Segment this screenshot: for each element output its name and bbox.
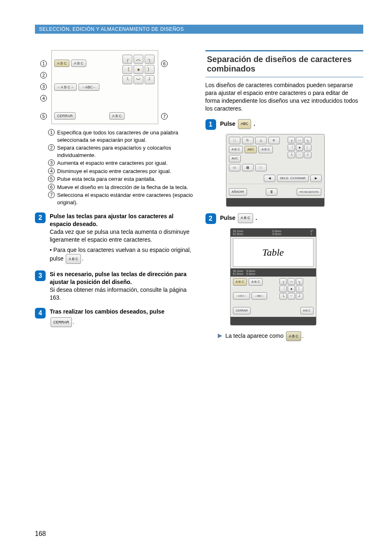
callout-1: 1 (40, 60, 47, 67)
step-3-body: Si desea obtener más información, consul… (50, 286, 193, 302)
step-badge-1: 1 (205, 119, 216, 130)
grid-icon[interactable]: ▦ (242, 164, 254, 171)
direction-pad: ┌ ︿ ┐ 〈 ● 〉 └ ﹀ ┘ (122, 55, 154, 84)
size-icon[interactable]: ⬚ (229, 137, 240, 144)
close-button-2[interactable]: CERRAR (233, 307, 251, 314)
multicolor-icon[interactable]: A B C (229, 146, 243, 153)
increase-spacing-button-2[interactable]: ←A B C→ (233, 292, 250, 300)
reset-spacing-button-2[interactable]: A B C (300, 307, 314, 314)
arrow-right-icon[interactable]: 〉 (304, 144, 311, 151)
offset-x-2: 0.0mm (247, 270, 255, 272)
result-text: La tecla aparece como (225, 332, 284, 339)
split-chars-selected-button[interactable]: A B C (286, 331, 301, 341)
split-chars-button-inline[interactable]: A B C (238, 213, 253, 223)
direction-pad-mini: ┌ ︿ ┐ 〈 ● 〉 └ ﹀ ┘ (288, 137, 311, 173)
arrow-left-icon[interactable]: 〈 (122, 65, 132, 74)
reset-spacing-button[interactable]: A B C (109, 112, 125, 120)
dim-width-2: 91.5mm (233, 272, 243, 275)
frame-icon[interactable]: □ (255, 164, 267, 171)
annotation-text: Separa caracteres para espaciarlos y col… (57, 144, 193, 159)
decrease-spacing-button[interactable]: →ABC← (78, 83, 99, 91)
arrow-down-icon[interactable]: ﹀ (296, 152, 303, 158)
increase-spacing-button[interactable]: ←A B C→ (54, 83, 77, 91)
decrease-spacing-button-2[interactable]: →ABC← (251, 292, 267, 300)
step-badge-2r: 2 (205, 213, 216, 224)
add-button[interactable]: AÑADIR (229, 188, 247, 196)
callout-5: 5 (40, 113, 47, 120)
arrow-center[interactable]: ● (134, 65, 143, 74)
step-2r-label: Pulse (220, 214, 235, 221)
close-button[interactable]: CERRAR (54, 112, 76, 120)
rotate-icon[interactable]: ↻ (242, 137, 254, 144)
close-button-inline[interactable]: CERRAR (51, 317, 72, 327)
mirror-icon[interactable]: △ (255, 137, 267, 144)
spacing-dialog-diagram: 1 2 3 4 5 6 7 A B C A B C ←A B C→ →ABC← … (51, 50, 158, 124)
arrow-up-icon[interactable]: ︿ (134, 55, 143, 64)
select-button[interactable]: SELE- CCIONAR (277, 175, 308, 182)
edit-screen: ⬚ ↻ △ ≋ A B C ABC A B C AVC ▭ (226, 134, 325, 207)
annotation-text: Selecciona el espacio estándar entre car… (57, 192, 193, 206)
page-number: 168 (35, 530, 46, 538)
thread-count: 1 (311, 233, 314, 235)
sample-text: Table (233, 239, 313, 266)
split-chars-button[interactable]: A B C (71, 60, 86, 67)
spacing-screen: 36.1mm 91.5mm 0.0mm 0.0mm 0° 1 Table (230, 228, 316, 325)
annotation-text: Disminuye el espacio entre caracteres po… (57, 168, 171, 175)
density-icon[interactable]: ≋ (268, 137, 280, 144)
arrow-left-icon[interactable]: 〈 (279, 286, 287, 292)
abc-spacing-button[interactable]: ABC (238, 119, 251, 129)
abc-spacing-active[interactable]: ABC (244, 146, 257, 153)
callout-7: 7 (161, 113, 168, 120)
section-heading: Separación de diseños de caracteres comb… (205, 50, 364, 77)
dim-height-2: 36.1mm (233, 270, 243, 272)
split-chars-button-2[interactable]: A B C (249, 278, 263, 286)
array-button[interactable]: A B C (258, 146, 272, 153)
arrow-up-right[interactable]: ┐ (304, 137, 311, 143)
next-icon[interactable]: ▶ (310, 175, 322, 182)
end-edit-button[interactable]: FIN DE EDICIÓN (297, 188, 321, 196)
annotation-text: Aumenta el espacio entre caracteres por … (57, 159, 168, 167)
dim-height: 36.1mm (233, 230, 243, 233)
equal-spacing-button[interactable]: A B C (54, 60, 69, 67)
arrow-up-left[interactable]: ┌ (279, 278, 287, 285)
direction-pad-mini-2: ┌ ︿ ┐ 〈 ● 〉 └ ﹀ ┘ (279, 278, 303, 301)
equal-spacing-button-2[interactable]: A B C (233, 278, 247, 286)
arrow-up-right[interactable]: ┐ (296, 278, 303, 285)
trash-icon[interactable]: 🗑 (266, 188, 277, 196)
reset-spacing-button-inline[interactable]: A B C (66, 254, 81, 264)
annotation-text: Especifica que todos los caracteres de u… (57, 129, 193, 143)
arrow-down-left[interactable]: └ (288, 152, 295, 158)
arrow-right-icon[interactable]: 〉 (296, 286, 303, 292)
arrow-up-right[interactable]: ┐ (145, 55, 154, 64)
arrow-down-right[interactable]: ┘ (296, 293, 303, 300)
arrow-center[interactable]: ● (288, 286, 295, 292)
arrow-down-left[interactable]: └ (122, 75, 132, 84)
arrow-up-icon[interactable]: ︿ (288, 278, 295, 285)
step-badge-4: 4 (35, 308, 46, 319)
step-2-body: Cada vez que se pulsa una tecla aumenta … (50, 228, 193, 244)
rotation: 0° (311, 230, 314, 233)
heading-text: Separación de diseños de caracteres comb… (207, 55, 362, 74)
callout-2: 2 (40, 72, 47, 78)
arrow-down-icon[interactable]: ﹀ (288, 293, 295, 300)
step-3-title: Si es necesario, pulse las teclas de dir… (50, 270, 193, 286)
annotation-text: Mueve el diseño en la dirección de la fl… (57, 184, 188, 191)
arrow-up-icon[interactable]: ︿ (296, 137, 303, 143)
annotation-text: Pulse esta tecla para cerrar esta pantal… (57, 175, 156, 183)
prev-icon[interactable]: ◀ (264, 175, 275, 182)
arrow-right-icon[interactable]: 〉 (145, 65, 154, 74)
step-badge-2: 2 (35, 212, 46, 223)
arrow-up-left[interactable]: ┌ (122, 55, 132, 64)
arrow-down-left[interactable]: └ (279, 293, 287, 300)
arrow-down-icon[interactable]: ﹀ (134, 75, 143, 84)
arrow-down-right[interactable]: ┘ (304, 152, 311, 158)
arrow-center[interactable]: ● (296, 144, 303, 151)
callout-3: 3 (40, 83, 47, 90)
offset-y: 0.0mm (272, 233, 281, 235)
align-button[interactable]: AVC (229, 155, 241, 162)
arrow-left-icon[interactable]: 〈 (288, 144, 295, 151)
arrow-down-right[interactable]: ┘ (145, 75, 154, 84)
border-icon[interactable]: ▭ (229, 164, 240, 171)
result-arrow-icon: ▶ (218, 332, 222, 339)
arrow-up-left[interactable]: ┌ (288, 137, 295, 143)
